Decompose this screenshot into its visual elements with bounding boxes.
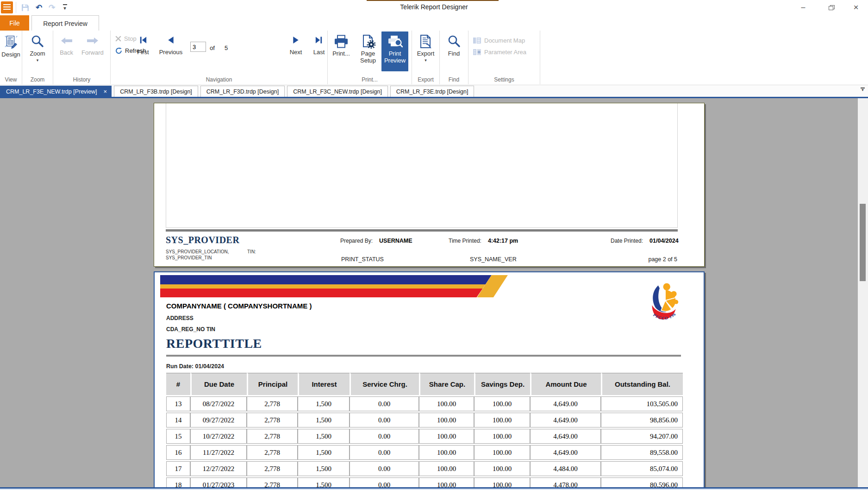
column-header: #	[166, 373, 190, 395]
next-page-icon	[293, 36, 299, 44]
table-cell: 4,478.00	[530, 477, 601, 487]
table-cell: 0.00	[350, 461, 419, 476]
print-button[interactable]: Print...	[328, 31, 355, 71]
table-cell: 16	[166, 445, 190, 460]
page-total: 5	[225, 44, 228, 51]
top-accent-strip	[367, 0, 499, 1]
printer-icon	[333, 35, 349, 49]
group-label-print: Print...	[328, 76, 412, 83]
table-cell: 100.00	[419, 461, 474, 476]
table-cell: 0.00	[350, 429, 419, 444]
group-label-navigation: Navigation	[111, 76, 327, 83]
detail-band-outline	[166, 103, 678, 228]
table-cell: 1,500	[298, 477, 350, 487]
table-cell: 100.00	[419, 413, 474, 427]
table-cell: 2,778	[247, 396, 298, 411]
table-cell: 94,207.00	[601, 429, 683, 444]
last-page-button[interactable]: Last	[309, 36, 329, 56]
find-button[interactable]: Find	[440, 31, 468, 71]
table-cell: 4,649.00	[530, 445, 601, 460]
parameter-area-label: Parameter Area	[484, 49, 526, 56]
table-cell: 0.00	[350, 413, 419, 427]
table-cell: 12/27/2022	[190, 461, 247, 476]
next-label: Next	[290, 49, 302, 56]
print-preview-label: Print Preview	[384, 50, 406, 64]
document-map-label: Document Map	[484, 37, 525, 44]
back-button[interactable]: Back	[60, 34, 73, 56]
group-print: Print... Page Setup	[328, 31, 412, 84]
vertical-scrollbar[interactable]	[858, 98, 868, 487]
document-tab[interactable]: CRM_LR_F3B.trdp [Design]	[114, 86, 198, 97]
minimize-button[interactable]: –	[795, 2, 812, 13]
back-arrow-icon	[61, 37, 73, 44]
document-tab[interactable]: CRM_LR_F3C_NEW.trdp [Design]	[287, 86, 388, 97]
window-title: Telerik Report Designer	[0, 3, 868, 11]
document-tab-label: CRM_LR_F3D.trdp [Design]	[206, 88, 279, 95]
table-cell: 103,505.00	[601, 396, 683, 411]
previous-page-icon	[168, 36, 174, 44]
restore-icon	[829, 5, 834, 10]
table-cell: 2,778	[247, 413, 298, 427]
banner-stripes	[160, 275, 514, 297]
table-cell: 100.00	[474, 429, 530, 444]
document-tab-active[interactable]: CRM_LR_F3E_NEW.trdp [Preview] ×	[0, 86, 112, 97]
prepared-by-value: USERNAME	[379, 238, 412, 244]
tab-overflow-icon[interactable]: ▼	[861, 88, 865, 92]
table-cell: 11/27/2022	[190, 445, 247, 460]
scrollbar-thumb[interactable]	[860, 204, 866, 281]
report-title: REPORTTITLE	[166, 336, 262, 351]
group-settings: Document Map Parameter Area Settings	[468, 31, 540, 84]
page-of-label: of	[210, 44, 215, 51]
design-button[interactable]: Design	[0, 31, 22, 71]
zoom-icon	[31, 35, 44, 49]
report-page-3: PFCCO 1960 COMPANYNAME ( COMPANYSHORTNAM…	[154, 271, 705, 487]
tab-report-preview[interactable]: Report Preview	[31, 15, 99, 31]
group-label-view: View	[0, 76, 22, 83]
preview-canvas: SYS_PROVIDER SYS_PROVIDER_LOCATION, TIN:…	[0, 98, 868, 487]
table-cell: 14	[166, 413, 190, 427]
last-page-icon	[315, 36, 323, 44]
table-cell: 0.00	[350, 445, 419, 460]
table-cell: 100.00	[474, 461, 530, 476]
parameter-area-item[interactable]: Parameter Area	[473, 49, 540, 56]
title-rule	[166, 355, 681, 357]
next-page-button[interactable]: Next	[286, 36, 306, 56]
run-date: Run Date: 01/04/2024	[166, 363, 224, 370]
prepared-by-label: Prepared By:	[340, 238, 373, 244]
close-button[interactable]: ×	[848, 2, 864, 13]
file-tab[interactable]: File	[0, 15, 29, 31]
time-printed-label: Time Printed:	[449, 238, 481, 244]
document-tab[interactable]: CRM_LR_F3D.trdp [Design]	[200, 86, 285, 97]
table-cell: 100.00	[474, 477, 530, 487]
table-row: 16 11/27/2022 2,778 1,500 0.00 100.00 10…	[166, 445, 683, 460]
page-setup-button[interactable]: Page Setup	[355, 31, 381, 71]
stop-icon	[115, 36, 121, 42]
first-label: First	[137, 49, 149, 56]
tab-close-icon[interactable]: ×	[104, 88, 107, 95]
ribbon-tab-strip: File Report Preview	[0, 15, 868, 31]
forward-arrow-icon	[87, 37, 99, 44]
column-header: Principal	[247, 373, 298, 395]
print-preview-button[interactable]: Print Preview	[381, 31, 408, 71]
document-tab-label: CRM_LR_F3E_NEW.trdp [Preview]	[6, 88, 97, 95]
table-cell: 18	[166, 477, 190, 487]
previous-page-button[interactable]: Previous	[156, 36, 186, 56]
document-tab[interactable]: CRM_LR_F3E.trdp [Design]	[390, 86, 475, 97]
forward-button[interactable]: Forward	[81, 34, 104, 56]
group-navigation: Stop Refresh First Previous of 5	[111, 31, 328, 84]
document-map-item[interactable]: Document Map	[473, 37, 540, 44]
group-find: Find Find	[440, 31, 468, 84]
column-header: Savings Dep.	[474, 373, 530, 395]
refresh-icon	[115, 47, 122, 54]
first-page-button[interactable]: First	[132, 36, 154, 56]
design-label: Design	[1, 51, 20, 58]
table-cell: 2,778	[247, 429, 298, 444]
export-label: Export	[417, 50, 435, 57]
zoom-button[interactable]: Zoom ▾	[22, 31, 53, 71]
maximize-button[interactable]	[823, 2, 839, 13]
last-label: Last	[313, 49, 325, 56]
export-button[interactable]: Export ▾	[412, 31, 439, 71]
table-cell: 1,500	[298, 461, 350, 476]
report-page-2: SYS_PROVIDER SYS_PROVIDER_LOCATION, TIN:…	[154, 103, 705, 267]
page-number-input[interactable]	[190, 42, 206, 52]
